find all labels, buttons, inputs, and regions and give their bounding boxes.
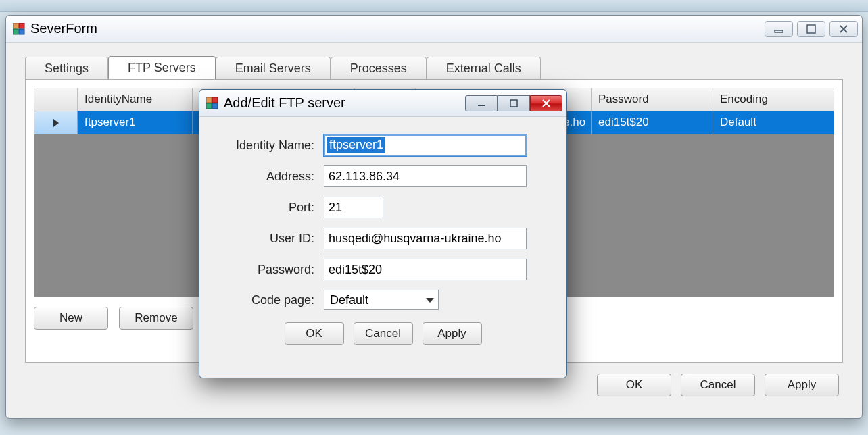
app-icon [13, 23, 25, 35]
input-user-id[interactable] [324, 228, 527, 249]
svg-rect-7 [212, 97, 218, 103]
label-identity-name: Identity Name: [216, 138, 324, 153]
chevron-down-icon [426, 298, 434, 303]
cell-password[interactable]: edi15t$20 [592, 111, 713, 134]
tabstrip: Settings FTP Servers Email Servers Proce… [25, 55, 843, 79]
tab-settings[interactable]: Settings [25, 57, 108, 80]
svg-rect-1 [19, 23, 24, 28]
svg-rect-2 [13, 29, 18, 34]
window-title: SeverForm [30, 21, 97, 36]
ok-button[interactable]: OK [597, 374, 671, 396]
col-header-password[interactable]: Password [592, 88, 713, 111]
label-port: Port: [216, 201, 324, 215]
dialog-title: Add/Edit FTP server [224, 95, 345, 111]
background-window-titlebar [0, 0, 868, 12]
input-password[interactable] [324, 259, 527, 280]
dialog-maximize-button[interactable] [498, 95, 530, 111]
select-code-page[interactable]: Default [324, 290, 439, 310]
svg-rect-9 [212, 103, 218, 109]
tab-ftp-servers[interactable]: FTP Servers [108, 56, 216, 79]
dialog-titlebar[interactable]: Add/Edit FTP server [199, 90, 566, 117]
svg-rect-6 [206, 97, 212, 103]
titlebar[interactable]: SeverForm [6, 16, 862, 43]
col-header-encoding[interactable]: Encoding [713, 88, 834, 111]
dialog-add-edit-ftp: Add/Edit FTP server Identity Name: ftpse… [199, 89, 567, 378]
cell-encoding[interactable]: Default [713, 111, 834, 134]
input-identity-name[interactable] [324, 134, 527, 156]
label-code-page: Code page: [216, 293, 324, 307]
tab-email-servers[interactable]: Email Servers [216, 57, 331, 80]
cancel-button[interactable]: Cancel [681, 374, 755, 396]
svg-rect-3 [19, 29, 24, 34]
svg-rect-11 [510, 100, 517, 107]
row-selector[interactable] [34, 111, 78, 134]
cell-identityname[interactable]: ftpserver1 [78, 111, 193, 134]
dialog-minimize-button[interactable] [465, 95, 498, 111]
tab-processes[interactable]: Processes [331, 57, 427, 80]
input-address[interactable] [324, 165, 527, 187]
input-port[interactable] [324, 197, 383, 218]
dialog-apply-button[interactable]: Apply [423, 322, 482, 345]
apply-button[interactable]: Apply [765, 374, 839, 396]
label-address: Address: [216, 170, 324, 184]
close-button[interactable] [829, 21, 858, 37]
tab-external-calls[interactable]: External Calls [427, 57, 541, 80]
dialog-app-icon [206, 97, 218, 109]
svg-rect-8 [206, 103, 212, 109]
grid-corner-cell[interactable] [34, 88, 78, 111]
maximize-button[interactable] [797, 21, 825, 37]
select-code-page-value: Default [330, 293, 368, 307]
label-password: Password: [216, 263, 324, 277]
svg-rect-5 [807, 25, 815, 33]
svg-rect-0 [13, 23, 18, 28]
minimize-button[interactable] [765, 21, 793, 37]
col-header-identityname[interactable]: IdentityName [78, 88, 193, 111]
svg-rect-10 [478, 105, 485, 106]
remove-button[interactable]: Remove [119, 307, 193, 330]
new-button[interactable]: New [34, 307, 108, 330]
current-row-indicator-icon [53, 119, 59, 127]
dialog-close-button[interactable] [530, 95, 562, 111]
dialog-cancel-button[interactable]: Cancel [354, 322, 413, 345]
dialog-ok-button[interactable]: OK [285, 322, 344, 345]
svg-rect-4 [775, 30, 783, 32]
label-user-id: User ID: [216, 232, 324, 246]
